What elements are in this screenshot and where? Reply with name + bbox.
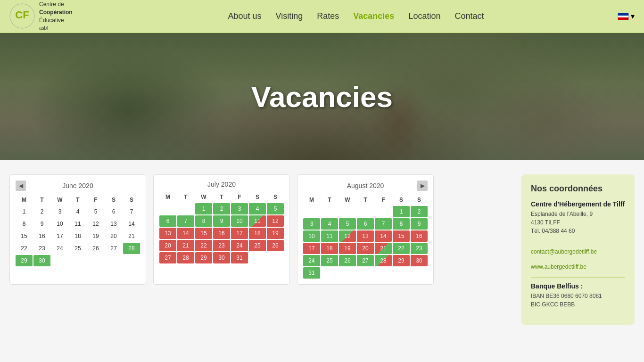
calendar-day[interactable]: 18 bbox=[249, 228, 266, 239]
calendar-day[interactable]: 9 bbox=[33, 218, 50, 230]
calendar-day[interactable]: 1 bbox=[195, 203, 212, 214]
calendar-day[interactable]: 1 bbox=[393, 206, 410, 217]
calendar-day[interactable]: 15 bbox=[393, 230, 410, 242]
calendar-day[interactable]: 10 bbox=[303, 230, 320, 242]
calendar-day[interactable]: 10 bbox=[231, 215, 248, 227]
calendar-day[interactable]: 19 bbox=[339, 243, 356, 254]
calendar-day[interactable]: 15 bbox=[195, 228, 212, 239]
calendar-day[interactable]: 8 bbox=[393, 218, 410, 230]
nav-item-location[interactable]: Location bbox=[408, 11, 440, 21]
calendar-day[interactable]: 24 bbox=[51, 243, 68, 254]
calendar-day[interactable]: 22 bbox=[393, 243, 410, 254]
calendar-day[interactable]: 11 bbox=[321, 230, 338, 242]
nav-item-visiting[interactable]: Visiting bbox=[276, 11, 303, 21]
calendar-day[interactable]: 12 bbox=[267, 215, 284, 227]
calendar-day[interactable]: 19 bbox=[267, 228, 284, 239]
calendar-day[interactable]: 28 bbox=[177, 252, 194, 263]
calendar-day[interactable]: 22 bbox=[16, 243, 33, 254]
calendar-day[interactable]: 17 bbox=[231, 228, 248, 239]
calendar-day[interactable]: 25 bbox=[69, 243, 86, 254]
calendar-day[interactable]: 25 bbox=[249, 240, 266, 251]
calendar-day[interactable]: 12 bbox=[339, 230, 356, 242]
calendar-day[interactable]: 27 bbox=[159, 252, 176, 263]
calendar-day[interactable]: 14 bbox=[375, 230, 392, 242]
calendar-day[interactable]: 31 bbox=[231, 252, 248, 263]
calendar-day[interactable]: 23 bbox=[33, 243, 50, 254]
calendar-day[interactable]: 16 bbox=[411, 230, 428, 242]
calendar-day[interactable]: 3 bbox=[51, 206, 68, 217]
calendar-day[interactable]: 30 bbox=[213, 252, 230, 263]
calendar-day[interactable]: 26 bbox=[339, 255, 356, 266]
calendar-day[interactable]: 6 bbox=[159, 215, 176, 227]
calendar-day[interactable]: 9 bbox=[213, 215, 230, 227]
calendar-day[interactable]: 18 bbox=[69, 230, 86, 242]
calendar-day[interactable]: 5 bbox=[267, 203, 284, 214]
calendar-day[interactable]: 2 bbox=[411, 206, 428, 217]
calendar-day[interactable]: 13 bbox=[357, 230, 374, 242]
calendar-day[interactable]: 12 bbox=[87, 218, 104, 230]
calendar-day[interactable]: 30 bbox=[411, 255, 428, 266]
calendar-day[interactable]: 20 bbox=[159, 240, 176, 251]
calendar-day[interactable]: 24 bbox=[231, 240, 248, 251]
calendar-day[interactable]: 6 bbox=[105, 206, 122, 217]
calendar-day[interactable]: 26 bbox=[87, 243, 104, 254]
calendar-day[interactable]: 25 bbox=[321, 255, 338, 266]
calendar-day[interactable]: 31 bbox=[303, 267, 320, 279]
calendar-day[interactable]: 3 bbox=[303, 218, 320, 230]
calendar-day[interactable]: 17 bbox=[303, 243, 320, 254]
calendar-day[interactable]: 29 bbox=[16, 255, 33, 266]
calendar-day[interactable]: 11 bbox=[249, 215, 266, 227]
calendar-day[interactable]: 9 bbox=[411, 218, 428, 230]
calendar-day[interactable]: 21 bbox=[123, 230, 140, 242]
calendar-day[interactable]: 10 bbox=[51, 218, 68, 230]
calendar-day[interactable]: 16 bbox=[213, 228, 230, 239]
calendar-day[interactable]: 23 bbox=[213, 240, 230, 251]
calendar-day[interactable]: 21 bbox=[177, 240, 194, 251]
calendar-day[interactable]: 30 bbox=[33, 255, 50, 266]
calendar-day[interactable]: 16 bbox=[33, 230, 50, 242]
calendar-day[interactable]: 8 bbox=[16, 218, 33, 230]
calendar-day[interactable]: 20 bbox=[357, 243, 374, 254]
calendar-day[interactable]: 13 bbox=[159, 228, 176, 239]
calendar-day[interactable]: 8 bbox=[195, 215, 212, 227]
calendar-day[interactable]: 2 bbox=[33, 206, 50, 217]
calendar-day[interactable]: 21 bbox=[375, 243, 392, 254]
calendar-day[interactable]: 22 bbox=[195, 240, 212, 251]
calendar-day[interactable]: 24 bbox=[303, 255, 320, 266]
calendar-prev-btn[interactable]: ◀ bbox=[16, 181, 26, 191]
nav-item-vacancies[interactable]: Vacancies bbox=[353, 11, 394, 21]
calendar-day[interactable]: 18 bbox=[321, 243, 338, 254]
logo[interactable]: CF Centre de Coopération Éducative asbl bbox=[9, 0, 94, 32]
calendar-day[interactable]: 27 bbox=[357, 255, 374, 266]
email-link[interactable]: contact@aubergedetilff.be bbox=[531, 248, 597, 255]
calendar-day[interactable]: 23 bbox=[411, 243, 428, 254]
calendar-day[interactable]: 11 bbox=[69, 218, 86, 230]
calendar-day[interactable]: 19 bbox=[87, 230, 104, 242]
calendar-day[interactable]: 5 bbox=[339, 218, 356, 230]
calendar-day[interactable]: 20 bbox=[105, 230, 122, 242]
language-selector[interactable]: ▾ bbox=[618, 12, 635, 21]
calendar-day[interactable]: 26 bbox=[267, 240, 284, 251]
calendar-day[interactable]: 5 bbox=[87, 206, 104, 217]
calendar-day[interactable]: 28 bbox=[375, 255, 392, 266]
calendar-day[interactable]: 4 bbox=[321, 218, 338, 230]
calendar-day[interactable]: 13 bbox=[105, 218, 122, 230]
calendar-day[interactable]: 15 bbox=[16, 230, 33, 242]
calendar-day[interactable]: 14 bbox=[123, 218, 140, 230]
calendar-day[interactable]: 4 bbox=[249, 203, 266, 214]
calendar-day[interactable]: 27 bbox=[105, 243, 122, 254]
calendar-day[interactable]: 6 bbox=[357, 218, 374, 230]
calendar-next-btn[interactable]: ▶ bbox=[417, 181, 428, 191]
calendar-day[interactable]: 4 bbox=[69, 206, 86, 217]
calendar-day[interactable]: 3 bbox=[231, 203, 248, 214]
calendar-day[interactable]: 17 bbox=[51, 230, 68, 242]
calendar-day[interactable]: 29 bbox=[195, 252, 212, 263]
calendar-day[interactable]: 14 bbox=[177, 228, 194, 239]
nav-item-contact[interactable]: Contact bbox=[454, 11, 484, 21]
calendar-day[interactable]: 1 bbox=[16, 206, 33, 217]
calendar-day[interactable]: 7 bbox=[177, 215, 194, 227]
calendar-day[interactable]: 7 bbox=[123, 206, 140, 217]
nav-item-about-us[interactable]: About us bbox=[228, 11, 262, 21]
website-link[interactable]: www.aubergedetilff.be bbox=[531, 263, 586, 270]
calendar-day[interactable]: 29 bbox=[393, 255, 410, 266]
